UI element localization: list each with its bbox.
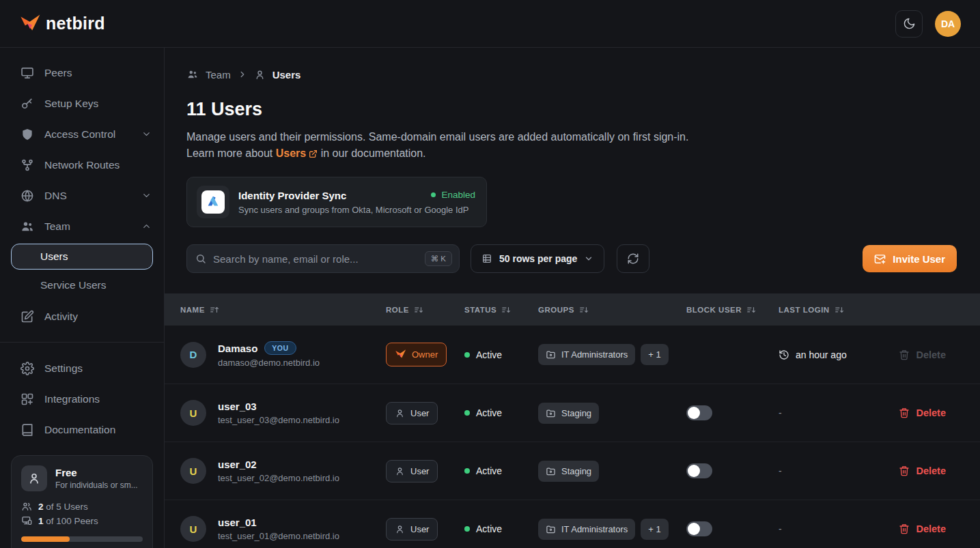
users-icon — [21, 501, 32, 512]
netbird-bird-icon — [19, 13, 41, 35]
column-label: BLOCK USER — [686, 306, 742, 314]
rows-per-page-select[interactable]: 50 rows per page — [471, 244, 604, 273]
dark-mode-toggle[interactable] — [895, 10, 923, 38]
sidebar-item-dns[interactable]: DNS — [0, 180, 164, 211]
status-dot — [464, 410, 470, 416]
column-label: LAST LOGIN — [779, 306, 830, 314]
sidebar-item-service-users[interactable]: Service Users — [11, 272, 153, 299]
toggle-knob — [688, 523, 700, 535]
sidebar-nav: PeersSetup KeysAccess ControlNetwork Rou… — [0, 57, 164, 445]
access-control-icon — [20, 128, 34, 141]
folder-icon — [546, 408, 556, 418]
folder-icon — [546, 524, 556, 534]
netbird-logo[interactable]: netbird — [19, 13, 105, 35]
search-shortcut-badge: ⌘ K — [425, 251, 452, 266]
column-header-last-login[interactable]: LAST LOGIN — [779, 305, 888, 315]
row-avatar: U — [180, 400, 206, 426]
column-header-status[interactable]: STATUS — [464, 305, 538, 315]
group-badge: IT Administrators — [538, 344, 635, 365]
extra-groups-badge: + 1 — [641, 519, 668, 540]
sidebar-divider — [0, 342, 164, 343]
user-name: user_01 — [218, 517, 257, 528]
sidebar-item-access-control[interactable]: Access Control — [0, 119, 164, 149]
row-avatar: U — [180, 516, 206, 542]
idp-status-badge: Enabled — [431, 190, 475, 200]
idp-card-subtitle: Sync users and groups from Okta, Microso… — [238, 205, 468, 215]
status-cell: Active — [464, 407, 538, 418]
user-name: user_03 — [218, 401, 257, 412]
sidebar-item-team[interactable]: Team — [0, 211, 164, 242]
toggle-knob — [688, 407, 700, 419]
last-login-value: - — [779, 523, 782, 534]
breadcrumb-users[interactable]: Users — [272, 69, 301, 81]
moon-icon — [903, 17, 916, 30]
sort-down-icon — [746, 305, 756, 315]
sidebar-item-network-routes[interactable]: Network Routes — [0, 149, 164, 180]
last-login-cell: - — [779, 523, 888, 534]
sidebar-item-label: Team — [44, 220, 70, 233]
extra-groups-badge: + 1 — [641, 344, 668, 365]
search-icon — [195, 253, 206, 264]
table-header: NAMEROLESTATUSGROUPSBLOCK USERLAST LOGIN — [165, 293, 980, 326]
user-role-icon — [395, 524, 405, 534]
history-icon — [779, 349, 789, 360]
plan-name: Free — [55, 467, 138, 478]
external-link-icon — [309, 149, 318, 158]
role-badge: User — [386, 518, 438, 540]
chevron-down-icon — [584, 254, 593, 263]
breadcrumb: Team Users — [186, 68, 957, 81]
column-header-groups[interactable]: GROUPS — [538, 305, 686, 315]
breadcrumb-team[interactable]: Team — [206, 69, 231, 81]
user-email: test_user_01@demo.netbird.io — [218, 531, 339, 541]
idp-sync-card[interactable]: Identity Provider Sync Sync users and gr… — [186, 177, 487, 227]
group-badge: Staging — [538, 461, 599, 482]
column-header-role[interactable]: ROLE — [386, 305, 464, 315]
block-user-toggle[interactable] — [686, 463, 712, 478]
mail-plus-icon — [874, 253, 886, 265]
status-cell: Active — [464, 349, 538, 360]
user-breadcrumb-icon — [254, 69, 266, 81]
chevron-up-icon — [141, 221, 152, 231]
sort-down-icon — [579, 305, 589, 315]
sidebar-item-integrations[interactable]: Integrations — [0, 384, 164, 414]
last-login-value: - — [779, 465, 782, 476]
setup-keys-icon — [20, 97, 34, 111]
main-content: Team Users 11 Users Manage users and the… — [165, 48, 980, 548]
last-login-value: an hour ago — [796, 349, 847, 360]
users-doc-link[interactable]: Users — [276, 145, 318, 162]
topbar: netbird DA — [0, 0, 980, 48]
table-row: U user_03 test_user_03@demo.netbird.io U… — [165, 384, 980, 442]
search-input[interactable] — [213, 253, 418, 265]
sidebar-item-activity[interactable]: Activity — [0, 301, 164, 332]
chevron-right-icon — [238, 70, 247, 79]
documentation-icon — [20, 423, 34, 437]
trash-icon — [899, 407, 910, 418]
sidebar-item-documentation[interactable]: Documentation — [0, 414, 164, 445]
delete-button[interactable]: Delete — [899, 407, 946, 418]
rows-icon — [481, 253, 492, 264]
block-user-toggle[interactable] — [686, 521, 712, 536]
delete-button[interactable]: Delete — [899, 465, 946, 476]
sidebar-item-label: Settings — [44, 362, 83, 375]
sidebar-item-users[interactable]: Users — [11, 244, 153, 270]
column-header-name[interactable]: NAME — [180, 305, 386, 315]
block-user-toggle[interactable] — [686, 405, 712, 420]
sidebar-item-setup-keys[interactable]: Setup Keys — [0, 88, 164, 119]
table-row: U user_01 test_user_01@demo.netbird.io U… — [165, 500, 980, 548]
sidebar-item-settings[interactable]: Settings — [0, 353, 164, 384]
last-login-cell: - — [779, 407, 888, 418]
last-login-value: - — [779, 407, 782, 418]
column-header-block-user[interactable]: BLOCK USER — [686, 305, 779, 315]
sidebar-item-peers[interactable]: Peers — [0, 57, 164, 88]
user-avatar[interactable]: DA — [935, 11, 961, 37]
sidebar-item-label: Users — [40, 250, 68, 262]
search-box: ⌘ K — [186, 244, 460, 273]
peers-icon — [20, 66, 34, 80]
delete-button[interactable]: Delete — [899, 523, 946, 534]
invite-user-button[interactable]: Invite User — [863, 245, 957, 272]
sidebar-item-label: Documentation — [44, 424, 115, 436]
role-badge: Owner — [386, 343, 447, 366]
group-badge: Staging — [538, 403, 599, 424]
groups-cell: Staging — [538, 403, 686, 424]
refresh-button[interactable] — [617, 244, 649, 273]
